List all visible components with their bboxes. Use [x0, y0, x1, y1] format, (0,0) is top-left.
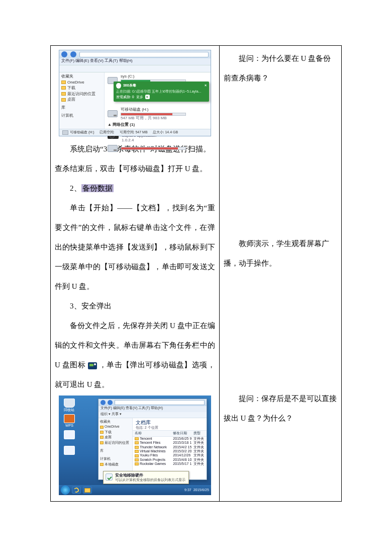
folder-icon	[100, 431, 104, 434]
col-date: 修改日期	[171, 431, 191, 436]
ie-icon	[72, 487, 81, 494]
sidebar: 收藏夹 OneDrive 下载 桌面 最近访问的位置 库 计算机	[99, 418, 133, 480]
sidebar-desktop: 桌面	[100, 435, 131, 439]
folder-icon	[135, 446, 139, 449]
question-1: 提问：为什么要在 U 盘备份前查杀病毒？	[224, 49, 337, 88]
menubar: 文件(F) 编辑(E) 查看(V) 工具(T) 帮助(H)	[59, 58, 211, 65]
folder-icon	[135, 462, 139, 465]
overlay-close: ×	[205, 84, 207, 88]
overlay-found: 发现威胁: 0	[116, 95, 134, 99]
screenshot-desktop-eject: 回收站 WPS 文件	[59, 395, 211, 495]
nav-fwd-icon	[70, 51, 76, 57]
sidebar-recent: 最近访问的位置	[61, 92, 102, 97]
table-row: Scratch Projects2015/4/8 10:54文件夹	[133, 458, 207, 462]
folder-icon	[135, 437, 139, 440]
nav-back-icon	[101, 400, 106, 405]
col-type: 类型	[191, 431, 206, 436]
drive-h-cap: 547 MB 可用，共 983 MB	[121, 116, 208, 121]
tooltip-title: 安全地移除硬件	[115, 473, 185, 478]
drive-pane: sys (C:) 54.2 GB 可用，共 119 GB	[105, 72, 211, 136]
sidebar-downloads: 下载	[100, 430, 131, 434]
highlight-backup: 备份数据	[81, 184, 114, 192]
table-row: Thunder Network2015/4/2 15:32文件夹	[133, 445, 207, 449]
folder-icon	[135, 450, 139, 453]
toolbar: 组织 ▾ 共享 ▾	[99, 412, 207, 418]
sidebar-lib: 库	[61, 105, 102, 110]
safe-remove-tooltip: 安全地移除硬件 可以从计算机安全移除的设备以列表方式显示	[103, 471, 189, 484]
sidebar-fav: 收藏夹	[61, 74, 102, 79]
desk-app-icon	[61, 446, 78, 459]
folder-icon	[135, 458, 139, 461]
library-subtitle: 包括: 2 个位置	[136, 426, 204, 430]
usb-drive-icon	[108, 110, 118, 117]
overlay-title: 360杀毒	[123, 84, 136, 88]
left-column: 文件(F) 编辑(E) 查看(V) 工具(T) 帮助(H) 收藏夹 OneDri…	[51, 46, 220, 502]
wps-icon: WPS	[61, 414, 78, 428]
question-2: 提问：保存后是不是可以直接拔出 U 盘？为什么？	[224, 389, 337, 428]
sidebar-computer: 计算机	[100, 457, 131, 461]
nav-back-icon	[61, 51, 67, 57]
col-name: 名称	[133, 431, 171, 436]
recycle-bin-icon: 回收站	[61, 399, 78, 412]
chevron-down-icon: ▾	[145, 95, 150, 99]
bullet-3: 3、安全弹出	[55, 296, 215, 316]
address-bar	[115, 400, 205, 405]
sidebar-recent: 最近访问的位置	[100, 441, 131, 445]
overlay-path: 正在扫描: G:\思维导图 五年上\6带控制器的1~5.Layla...	[116, 90, 207, 94]
sidebar-onedrive: OneDrive	[61, 80, 102, 85]
drive-h-label: 可移动磁盘 (H:)	[121, 107, 208, 112]
explorer-pin-icon	[83, 487, 92, 494]
tray: 9:37 2015/6/25	[184, 488, 209, 492]
folder-icon	[61, 92, 66, 96]
layout-table: 文件(F) 编辑(E) 查看(V) 工具(T) 帮助(H) 收藏夹 OneDri…	[50, 45, 342, 502]
ecap-ver: 1.0.2.4	[122, 138, 156, 143]
net-location-header: ▲ 网络位置 (1)	[108, 122, 208, 127]
table-row: Youku Files2014/12/26 19:23文件夹	[133, 453, 207, 457]
folder-icon	[100, 441, 104, 444]
shield-icon	[116, 83, 121, 89]
table-row: Rockstar Games2015/5/17 13:10文件夹	[133, 462, 207, 466]
screenshot-explorer-scan: 文件(F) 编辑(E) 查看(V) 工具(T) 帮助(H) 收藏夹 OneDri…	[59, 50, 211, 136]
teacher-demo: 教师演示，学生观看屏幕广播，动手操作。	[224, 234, 337, 273]
tooltip-sub: 可以从计算机安全移除的设备以列表方式显示	[115, 478, 185, 482]
table-row: Tencent Files2015/3/18 11:25文件夹	[133, 441, 207, 445]
taskbar: 9:37 2015/6/25	[59, 485, 211, 495]
drive-removable: 可移动磁盘 (H:) 547 MB 可用，共 983 MB	[108, 107, 208, 120]
right-column: 提问：为什么要在 U 盘备份前查杀病毒？ 教师演示，学生观看屏幕广播，动手操作。…	[219, 46, 341, 502]
sidebar-fav: 收藏夹	[100, 420, 131, 424]
hdd-icon	[108, 145, 118, 152]
sidebar-onedrive: OneDrive	[100, 425, 131, 429]
table-row: Tencent2015/6/25 9:35文件夹	[133, 436, 207, 441]
safe-remove-icon	[106, 473, 113, 481]
explorer-window: 文件(F) 编辑(E) 查看(V) 工具(T) 帮助(H) 组织 ▾ 共享 ▾ …	[98, 399, 207, 480]
folder-icon	[61, 98, 66, 102]
sidebar-downloads: 下载	[61, 86, 102, 91]
sidebar: 收藏夹 OneDrive 下载 最近访问的位置 桌面 库	[59, 72, 105, 136]
sidebar-localdisk: 本地磁盘	[100, 462, 131, 466]
win-titlebar	[59, 50, 211, 58]
sidebar-computer: 计算机	[61, 113, 102, 118]
nav-fwd-icon	[108, 400, 113, 405]
drive-ref	[108, 145, 208, 152]
folder-icon	[61, 86, 66, 90]
folder-icon	[100, 426, 104, 429]
usb-tray-icon	[88, 362, 97, 369]
overlay-more: 更多	[136, 95, 143, 99]
folder-icon	[100, 436, 104, 439]
folder-icon	[61, 81, 66, 84]
backup-paragraph: 单击【开始】——【文档】，找到名为“重要文件”的文件，鼠标右键单击这个文件，在弹…	[55, 198, 215, 296]
document-page: 文件(F) 编辑(E) 查看(V) 工具(T) 帮助(H) 收藏夹 OneDri…	[0, 0, 392, 555]
drive-c-label: sys (C:)	[121, 74, 208, 79]
file-table: 名称 修改日期 类型 Tencent2015/6/25 9:35文件夹Tence…	[133, 430, 207, 466]
bullet-2: 2、备份数据	[55, 179, 215, 198]
folder-icon	[100, 463, 104, 466]
table-row: Virtual Machines2015/3/2 20:16文件夹	[133, 449, 207, 453]
sidebar-desktop: 桌面	[61, 97, 102, 102]
address-bar	[79, 52, 209, 57]
sidebar-lib: 库	[100, 449, 131, 453]
start-button-icon	[61, 486, 70, 495]
eject-paragraph: 备份文件之后，先保存并关闭 U 盘中正在编辑的文件和文件夹。单击屏幕右下角任务栏…	[55, 316, 215, 394]
desk-app-icon	[61, 430, 78, 444]
library-title: 文档库	[136, 420, 204, 426]
antivirus-overlay: 360杀毒 × 正在扫描: G:\思维导图 五年上\6带控制器的1~5.Layl…	[114, 82, 209, 102]
